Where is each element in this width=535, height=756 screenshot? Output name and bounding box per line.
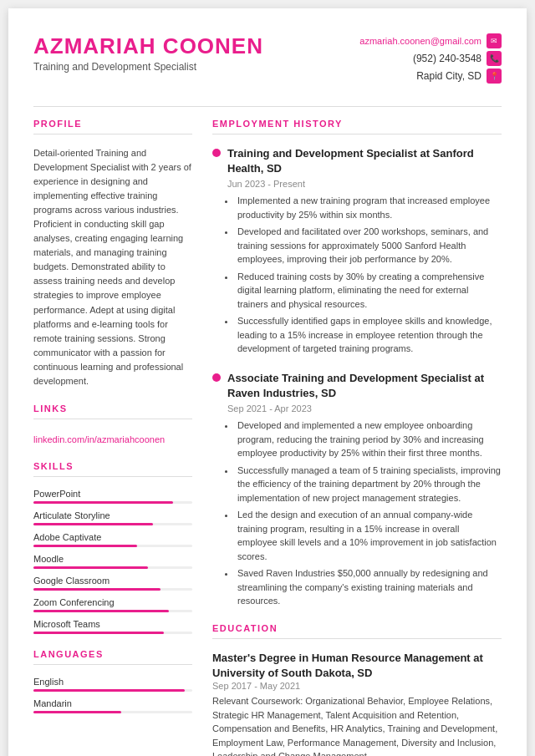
email-link[interactable]: azmariah.coonen@gmail.com bbox=[359, 36, 482, 46]
languages-title: LANGUAGES bbox=[33, 649, 192, 659]
skill-bar-bg bbox=[33, 610, 192, 612]
main-content: PROFILE Detail-oriented Training and Dev… bbox=[33, 119, 502, 756]
job-dates: Jun 2023 - Present bbox=[227, 179, 502, 189]
language-bar-bg bbox=[33, 689, 192, 692]
employment-item: Associate Training and Development Speci… bbox=[212, 371, 502, 608]
languages-section: LANGUAGES English Mandarin bbox=[33, 649, 192, 713]
email-row: azmariah.coonen@gmail.com ✉ bbox=[359, 33, 502, 48]
job-title: Training and Development Specialist at S… bbox=[227, 146, 502, 176]
edu-coursework: Relevant Coursework: Organizational Beha… bbox=[212, 694, 502, 756]
languages-divider bbox=[33, 664, 192, 665]
skill-item: Google Classroom bbox=[33, 576, 192, 591]
job-header: Training and Development Specialist at S… bbox=[212, 146, 502, 176]
header-right: azmariah.coonen@gmail.com ✉ (952) 240-35… bbox=[359, 33, 502, 86]
education-divider bbox=[212, 638, 502, 639]
links-title: LINKS bbox=[33, 403, 192, 414]
job-title: Associate Training and Development Speci… bbox=[227, 371, 502, 401]
profile-title: PROFILE bbox=[33, 119, 192, 129]
skill-bar-fill bbox=[33, 545, 137, 547]
email-icon: ✉ bbox=[487, 33, 502, 48]
job-dot bbox=[212, 373, 221, 382]
job-dates: Sep 2021 - Apr 2023 bbox=[227, 403, 502, 414]
header-left: AZMARIAH COONEN Training and Development… bbox=[33, 33, 263, 73]
skill-bar-fill bbox=[33, 523, 153, 525]
skill-bar-bg bbox=[33, 523, 192, 525]
bullet-item: Developed and facilitated over 200 works… bbox=[236, 225, 502, 266]
candidate-name: AZMARIAH COONEN bbox=[33, 33, 263, 59]
skill-bar-bg bbox=[33, 632, 192, 634]
links-section: LINKS linkedin.com/in/azmariahcoonen bbox=[33, 403, 192, 446]
skill-item: PowerPoint bbox=[33, 489, 192, 504]
skills-divider bbox=[33, 476, 192, 477]
header-divider bbox=[33, 106, 502, 107]
skill-bar-bg bbox=[33, 501, 192, 504]
skill-bar-fill bbox=[33, 610, 169, 612]
language-bar-bg bbox=[33, 711, 192, 713]
skill-bar-fill bbox=[33, 632, 164, 634]
skill-bar-fill bbox=[33, 588, 160, 591]
skill-name: Zoom Conferencing bbox=[33, 597, 192, 607]
left-column: PROFILE Detail-oriented Training and Dev… bbox=[33, 119, 192, 756]
profile-text: Detail-oriented Training and Development… bbox=[33, 146, 192, 388]
bullet-item: Reduced training costs by 30% by creatin… bbox=[236, 270, 502, 312]
job-bullets: Developed and implemented a new employee… bbox=[236, 419, 502, 608]
location-icon: 📍 bbox=[487, 68, 502, 84]
employment-title: EMPLOYMENT HISTORY bbox=[212, 119, 502, 129]
links-divider bbox=[33, 419, 192, 419]
education-list: Master's Degree in Human Resource Manage… bbox=[212, 651, 502, 756]
bullet-item: Developed and implemented a new employee… bbox=[236, 419, 502, 460]
skill-bar-fill bbox=[33, 501, 173, 504]
job-dot bbox=[212, 149, 221, 157]
education-item: Master's Degree in Human Resource Manage… bbox=[212, 651, 502, 756]
phone-icon: 📞 bbox=[487, 51, 502, 66]
education-title: EDUCATION bbox=[212, 623, 502, 633]
header: AZMARIAH COONEN Training and Development… bbox=[33, 33, 502, 86]
location-text: Rapid City, SD bbox=[416, 70, 482, 82]
skill-bar-bg bbox=[33, 588, 192, 591]
skill-item: Zoom Conferencing bbox=[33, 597, 192, 612]
education-section: EDUCATION Master's Degree in Human Resou… bbox=[212, 623, 502, 756]
phone-row: (952) 240-3548 📞 bbox=[359, 51, 502, 66]
job-header: Associate Training and Development Speci… bbox=[212, 371, 502, 401]
skill-bar-bg bbox=[33, 545, 192, 547]
skill-bar-fill bbox=[33, 566, 148, 569]
job-bullets: Implemented a new training program that … bbox=[236, 194, 502, 356]
skill-name: PowerPoint bbox=[33, 489, 192, 499]
profile-divider bbox=[33, 134, 192, 134]
skill-item: Microsoft Teams bbox=[33, 619, 192, 634]
bullet-item: Successfully identified gaps in employee… bbox=[236, 314, 502, 356]
edu-dates: Sep 2017 - May 2021 bbox=[212, 681, 502, 691]
skill-bar-bg bbox=[33, 566, 192, 569]
language-item: Mandarin bbox=[33, 698, 192, 713]
location-row: Rapid City, SD 📍 bbox=[359, 68, 502, 84]
skills-section: SKILLS PowerPoint Articulate Storyline A… bbox=[33, 461, 192, 634]
skill-name: Google Classroom bbox=[33, 576, 192, 586]
linkedin-link[interactable]: linkedin.com/in/azmariahcoonen bbox=[33, 434, 165, 444]
language-bar-fill bbox=[33, 689, 185, 692]
resume-container: AZMARIAH COONEN Training and Development… bbox=[8, 8, 527, 756]
edu-degree: Master's Degree in Human Resource Manage… bbox=[212, 651, 502, 681]
bullet-item: Successfully managed a team of 5 trainin… bbox=[236, 464, 502, 505]
language-name: Mandarin bbox=[33, 698, 192, 708]
language-item: English bbox=[33, 677, 192, 692]
skill-name: Microsoft Teams bbox=[33, 619, 192, 629]
links-list: linkedin.com/in/azmariahcoonen bbox=[33, 431, 192, 446]
phone-text: (952) 240-3548 bbox=[413, 53, 482, 64]
bullet-item: Led the design and execution of an annua… bbox=[236, 508, 502, 563]
bullet-item: Saved Raven Industries $50,000 annually … bbox=[236, 566, 502, 608]
candidate-title: Training and Development Specialist bbox=[33, 61, 263, 73]
skill-item: Articulate Storyline bbox=[33, 510, 192, 525]
skill-item: Adobe Captivate bbox=[33, 532, 192, 547]
bullet-item: Implemented a new training program that … bbox=[236, 194, 502, 221]
language-bar-fill bbox=[33, 711, 121, 713]
employment-section: EMPLOYMENT HISTORY Training and Developm… bbox=[212, 119, 502, 608]
profile-section: PROFILE Detail-oriented Training and Dev… bbox=[33, 119, 192, 388]
employment-list: Training and Development Specialist at S… bbox=[212, 146, 502, 608]
employment-item: Training and Development Specialist at S… bbox=[212, 146, 502, 356]
skills-list: PowerPoint Articulate Storyline Adobe Ca… bbox=[33, 489, 192, 634]
skill-item: Moodle bbox=[33, 554, 192, 569]
language-name: English bbox=[33, 677, 192, 687]
skills-title: SKILLS bbox=[33, 461, 192, 471]
languages-list: English Mandarin bbox=[33, 677, 192, 713]
skill-name: Articulate Storyline bbox=[33, 510, 192, 520]
